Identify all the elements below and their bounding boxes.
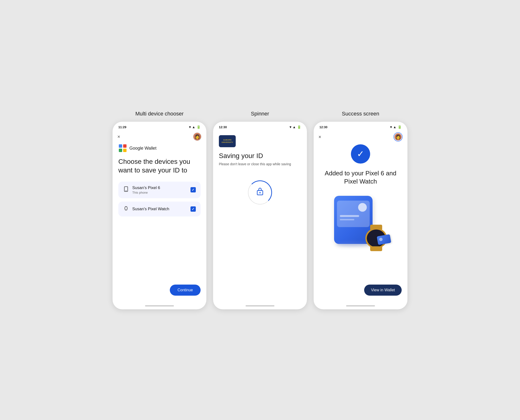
battery-icon-1: 🔋: [196, 125, 201, 129]
phone-frame-3: 12:30 ▾ ▲ 🔋 × 👩 ✓ Added to your Pixel 6 …: [314, 122, 408, 309]
status-time-3: 12:30: [319, 125, 327, 129]
continue-btn-wrap: Continue: [112, 280, 206, 305]
status-time-2: 12:30: [219, 125, 227, 129]
college-badge-text: AUBURNUNIVERSITY: [222, 139, 233, 144]
screen3-label: Success screen: [342, 111, 379, 117]
avatar-image-1: 👩: [193, 133, 201, 141]
home-bar-3: [346, 305, 375, 307]
status-bar-1: 11:29 ▾ ▲ 🔋: [112, 122, 206, 130]
wifi-icon-1: ▾: [189, 125, 191, 129]
screen2-wrapper: Spinner 12:30 ▾ ▲ 🔋 AUBURNUNIVERSITY Sav…: [213, 111, 307, 309]
svg-rect-3: [123, 149, 126, 152]
avatar-3[interactable]: 👩: [394, 132, 403, 142]
close-button-1[interactable]: ×: [117, 134, 120, 140]
screen3-wrapper: Success screen 12:30 ▾ ▲ 🔋 × 👩 ✓: [314, 111, 408, 309]
success-checkmark: ✓: [357, 149, 364, 159]
wallet-header: Google Wallet: [118, 144, 201, 152]
signal-icon-3: ▲: [393, 125, 396, 129]
screen3-content: ✓ Added to your Pixel 6 and Pixel Watch: [314, 144, 408, 305]
svg-point-12: [259, 192, 260, 193]
spinner-area: [219, 180, 301, 204]
wifi-icon-3: ▾: [390, 125, 392, 129]
device-illustration: [329, 196, 392, 254]
illus-card-dot: [379, 237, 383, 241]
top-bar-2: [213, 130, 307, 135]
home-bar-1: [145, 305, 174, 307]
view-wallet-btn-wrap: View in Wallet: [319, 280, 402, 305]
screen1-content: Google Wallet Choose the devices you wan…: [112, 144, 206, 280]
signal-icon-1: ▲: [192, 125, 195, 129]
status-icons-1: ▾ ▲ 🔋: [189, 125, 201, 129]
avatar-1[interactable]: 👩: [193, 132, 201, 141]
status-bar-3: 12:30 ▾ ▲ 🔋: [314, 122, 408, 130]
college-badge: AUBURNUNIVERSITY: [219, 135, 236, 147]
device-sub-pixel6: This phone: [132, 191, 187, 194]
status-icons-3: ▾ ▲ 🔋: [390, 125, 402, 129]
status-time-1: 11:29: [118, 125, 126, 129]
checkbox-pixelwatch[interactable]: [191, 206, 196, 212]
wallet-title: Google Wallet: [129, 146, 156, 151]
phone-frame-1: 11:29 ▾ ▲ 🔋 × 👩: [112, 122, 206, 309]
chooser-heading: Choose the devices you want to save your…: [118, 157, 201, 175]
view-in-wallet-button[interactable]: View in Wallet: [364, 285, 402, 296]
status-bar-2: 12:30 ▾ ▲ 🔋: [213, 122, 307, 130]
saving-heading: Saving your ID: [219, 152, 301, 160]
screen1-wrapper: Multi device chooser 11:29 ▾ ▲ 🔋 × 👩: [112, 111, 206, 309]
screens-container: Multi device chooser 11:29 ▾ ▲ 🔋 × 👩: [112, 111, 408, 309]
signal-icon-2: ▲: [292, 125, 296, 129]
battery-icon-3: 🔋: [398, 125, 402, 129]
wallet-logo-icon: [118, 144, 127, 152]
device-name-pixelwatch: Susan's Pixel Watch: [132, 207, 187, 211]
screen2-label: Spinner: [251, 111, 269, 117]
spinner-circle: [248, 180, 272, 204]
device-name-pixel6: Susan's Pixel 6: [132, 186, 187, 190]
success-circle: ✓: [351, 144, 370, 164]
battery-icon-2: 🔋: [297, 125, 301, 129]
illus-phone-line1: [340, 215, 359, 217]
svg-rect-0: [119, 144, 122, 148]
device-info-pixel6: Susan's Pixel 6 This phone: [132, 186, 187, 194]
svg-rect-11: [257, 190, 263, 195]
avatar-image-3: 👩: [394, 133, 402, 141]
illus-phone-line2: [340, 219, 354, 220]
top-bar-1: × 👩: [112, 130, 206, 144]
svg-rect-1: [123, 144, 126, 148]
device-info-pixelwatch: Susan's Pixel Watch: [132, 207, 187, 211]
svg-rect-6: [125, 207, 127, 210]
top-bar-3: × 👩: [314, 130, 408, 144]
illus-watch-band-bottom: [370, 246, 382, 251]
lock-icon: [256, 187, 264, 198]
svg-rect-2: [119, 149, 122, 152]
home-bar-2: [245, 305, 275, 307]
screen1-label: Multi device chooser: [135, 111, 184, 117]
screen2-content: AUBURNUNIVERSITY Saving your ID Please d…: [213, 135, 307, 305]
phone-frame-2: 12:30 ▾ ▲ 🔋 AUBURNUNIVERSITY Saving your…: [213, 122, 307, 309]
success-heading: Added to your Pixel 6 and Pixel Watch: [319, 169, 402, 186]
illus-phone-avatar: [358, 203, 367, 212]
wifi-icon-2: ▾: [290, 125, 291, 129]
watch-device-icon: [123, 205, 129, 213]
status-icons-2: ▾ ▲ 🔋: [290, 125, 301, 129]
device-item-pixel6[interactable]: Susan's Pixel 6 This phone: [118, 182, 201, 198]
checkbox-pixel6[interactable]: [191, 187, 196, 192]
continue-button[interactable]: Continue: [170, 285, 201, 296]
close-button-3[interactable]: ×: [319, 134, 321, 140]
phone-device-icon: [123, 186, 129, 193]
device-item-pixelwatch[interactable]: Susan's Pixel Watch: [118, 202, 201, 217]
saving-subtext: Please don't leave or close this app whi…: [219, 162, 301, 166]
